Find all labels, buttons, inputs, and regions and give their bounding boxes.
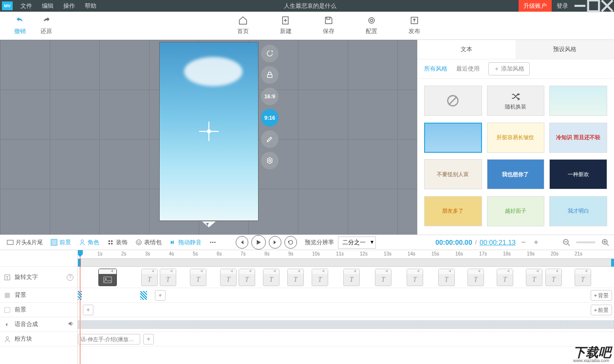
track-label-fg[interactable]: 前景 (0, 303, 77, 317)
ratio-169-button[interactable]: 16:9 (261, 88, 279, 105)
text-clip[interactable]: T (263, 269, 279, 286)
track-label-bg[interactable]: 背景 (0, 288, 77, 303)
text-clip[interactable]: T (467, 269, 484, 286)
style-random[interactable]: 随机换装 (487, 86, 545, 116)
save-button[interactable]: 保存 (316, 16, 342, 36)
text-clip[interactable]: T (526, 269, 542, 286)
style-item[interactable]: 我才明白 (549, 196, 607, 226)
minimize-button[interactable] (573, 0, 587, 12)
text-clip[interactable]: T (375, 269, 391, 286)
upgrade-button[interactable]: 升级账户 (519, 0, 552, 12)
style-item[interactable]: 冷知识 而且还不轻 (549, 123, 607, 153)
add-fg-button[interactable]: + 前景 (591, 305, 612, 315)
help-icon[interactable]: ? (67, 274, 74, 281)
text-clip[interactable]: T (141, 269, 158, 286)
next-button[interactable] (269, 236, 281, 249)
tl-tab-more[interactable] (206, 239, 219, 246)
filter-recent[interactable]: 最近使用 (456, 65, 480, 73)
menu-help[interactable]: 帮助 (80, 0, 101, 12)
add-pink-clip-button[interactable]: + (143, 334, 154, 345)
clip-image[interactable] (98, 269, 117, 286)
timeline-zoom-in[interactable]: + (531, 237, 541, 247)
text-clip[interactable]: T (220, 269, 237, 286)
bg-clip[interactable] (140, 291, 147, 300)
style-item[interactable]: 不要怪别人富 (424, 159, 482, 189)
audio-clip[interactable]: 话-伸左手-介绍(播放… (78, 334, 140, 345)
prev-button[interactable] (236, 236, 248, 249)
zoom-slider[interactable] (576, 241, 595, 243)
text-clip[interactable]: T (497, 269, 513, 286)
tracks-area[interactable]: 1s2s3s4s5s6s7s8s9s10s11s12s13s14s15s16s1… (78, 250, 614, 364)
style-none[interactable] (424, 86, 482, 116)
edit-tool-button[interactable] (261, 130, 279, 148)
waveform[interactable] (78, 320, 614, 329)
text-clip[interactable]: T (239, 269, 255, 286)
style-item[interactable]: 越好面子 (487, 196, 545, 226)
text-clip[interactable]: T (343, 269, 360, 286)
tl-tab-character[interactable]: 角色 (76, 238, 102, 247)
add-fg-clip-button[interactable]: + (83, 305, 93, 315)
style-item[interactable]: 一种新欢 (549, 159, 607, 189)
tl-tab-titles[interactable]: 片头&片尾 (4, 238, 46, 247)
track-label-voice[interactable]: 语音合成 (0, 317, 77, 332)
text-clip[interactable]: T (160, 269, 176, 286)
canvas[interactable] (159, 42, 259, 221)
track-fg[interactable]: + + 前景 (78, 303, 614, 317)
playhead[interactable] (80, 250, 80, 364)
text-clip[interactable]: T (438, 269, 455, 286)
undo-button[interactable]: 撤销 (7, 16, 33, 36)
tl-tab-decoration[interactable]: 装饰 (104, 238, 130, 247)
style-item[interactable] (424, 123, 482, 153)
add-style-button[interactable]: ＋ 添加风格 (488, 62, 530, 75)
publish-button[interactable]: 发布 (401, 16, 428, 36)
zoom-in-button[interactable] (600, 237, 610, 247)
tab-preset[interactable]: 预设风格 (516, 40, 614, 59)
track-voice[interactable] (78, 317, 614, 332)
track-pink[interactable]: 话-伸左手-介绍(播放… + (78, 332, 614, 346)
tab-text[interactable]: 文本 (417, 40, 516, 59)
lock-tool-button[interactable] (261, 66, 279, 84)
add-bg-clip-button[interactable]: + (155, 290, 166, 301)
zoom-out-button[interactable] (561, 237, 571, 247)
track-text[interactable]: TTTTTTTTTTTTTTTTT (78, 267, 614, 288)
home-button[interactable]: 首页 (230, 16, 256, 36)
text-clip[interactable]: T (545, 269, 562, 286)
text-clip[interactable]: T (407, 269, 423, 286)
style-item[interactable] (549, 86, 607, 116)
style-item[interactable]: 朋友多了 (424, 196, 482, 226)
settings-tool-button[interactable] (261, 152, 279, 169)
style-item[interactable]: 我也想你了 (487, 159, 545, 189)
text-clip[interactable]: T (287, 269, 304, 286)
tl-tab-dragmute[interactable]: 拖动静音 (167, 238, 205, 247)
preview-select[interactable]: 二分之一 ▾ (338, 237, 376, 249)
maximize-button[interactable] (587, 0, 600, 12)
style-item[interactable]: 肝脏容易长皱纹 (487, 123, 545, 153)
track-label-text[interactable]: T旋转文字? (0, 267, 77, 288)
menu-edit[interactable]: 编辑 (37, 0, 58, 12)
menu-file[interactable]: 文件 (16, 0, 37, 12)
timeline-ruler[interactable]: 1s2s3s4s5s6s7s8s9s10s11s12s13s14s15s16s1… (78, 250, 614, 259)
ratio-916-button[interactable]: 9:16 (261, 109, 279, 127)
canvas-dropdown-icon[interactable] (202, 221, 216, 227)
track-bg[interactable]: + + 背景 (78, 288, 614, 303)
time-total[interactable]: 00:00:21.13 (480, 238, 516, 246)
filter-all-styles[interactable]: 所有风格 (424, 65, 447, 73)
redo-button[interactable]: 还原 (33, 16, 59, 36)
canvas-area[interactable]: 16:9 9:16 (0, 40, 417, 235)
sound-icon[interactable] (68, 320, 74, 328)
tl-tab-foreground[interactable]: 前景 (48, 238, 74, 247)
timeline-zoom-out[interactable]: − (519, 237, 528, 247)
text-clip[interactable]: T (190, 269, 206, 286)
new-button[interactable]: 新建 (273, 16, 299, 36)
menu-action[interactable]: 操作 (58, 0, 80, 12)
rotate-tool-button[interactable] (261, 45, 279, 62)
play-button[interactable] (251, 235, 266, 250)
text-clip[interactable]: T (575, 269, 591, 286)
text-clip[interactable]: T (312, 269, 328, 286)
track-label-pink[interactable]: 粉方块 (0, 332, 77, 346)
tl-tab-emoji[interactable]: 表情包 (132, 238, 165, 247)
close-button[interactable] (600, 0, 614, 12)
add-bg-button[interactable]: + 背景 (591, 290, 612, 301)
loop-button[interactable] (284, 236, 297, 249)
config-button[interactable]: 配置 (358, 16, 385, 36)
